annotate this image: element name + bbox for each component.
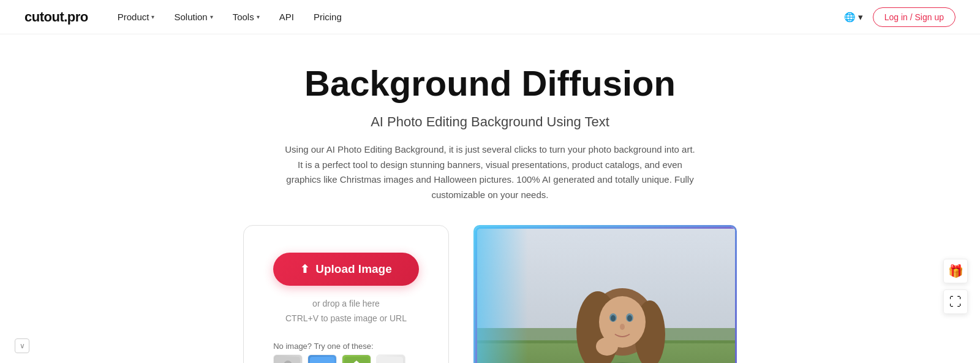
svg-rect-12 bbox=[379, 357, 403, 363]
page-description: Using our AI Photo Editing Background, i… bbox=[282, 142, 698, 203]
translate-icon: 🌐 bbox=[844, 12, 856, 23]
svg-rect-29 bbox=[475, 227, 737, 363]
sample-thumb-car[interactable] bbox=[307, 354, 337, 363]
sample-section: No image? Try one of these: bbox=[273, 337, 419, 363]
chevron-down-icon: ▾ bbox=[210, 13, 213, 20]
nav-solution[interactable]: Solution ▾ bbox=[174, 12, 213, 22]
tool-area: ⬆ Upload Image or drop a file here CTRL+… bbox=[214, 225, 766, 363]
upload-image-button[interactable]: ⬆ Upload Image bbox=[273, 253, 419, 286]
upload-card: ⬆ Upload Image or drop a file here CTRL+… bbox=[243, 225, 449, 363]
page-title: Background Diffusion bbox=[304, 64, 676, 103]
scroll-down-icon: ∨ bbox=[15, 338, 29, 353]
scroll-hint[interactable]: ∨ bbox=[15, 338, 29, 353]
language-selector[interactable]: 🌐 ▾ bbox=[844, 12, 863, 23]
preview-image bbox=[473, 225, 737, 363]
navbar: cutout.pro Product ▾ Solution ▾ Tools ▾ … bbox=[0, 0, 980, 34]
gift-icon[interactable]: 🎁 bbox=[943, 259, 968, 283]
sample-thumb-shoe[interactable] bbox=[376, 354, 405, 363]
nav-pricing[interactable]: Pricing bbox=[314, 12, 342, 22]
sample-thumb-house[interactable] bbox=[342, 354, 371, 363]
page-subtitle: AI Photo Editing Background Using Text bbox=[371, 114, 609, 130]
nav-right: 🌐 ▾ Log in / Sign up bbox=[844, 7, 956, 27]
chevron-down-icon: ▾ bbox=[257, 13, 260, 20]
nav-api[interactable]: API bbox=[279, 12, 294, 22]
svg-rect-3 bbox=[310, 357, 334, 363]
login-button[interactable]: Log in / Sign up bbox=[873, 7, 956, 27]
sample-thumb-person[interactable] bbox=[273, 354, 303, 363]
expand-icon[interactable]: ⛶ bbox=[943, 289, 968, 314]
nav-product[interactable]: Product ▾ bbox=[118, 12, 155, 22]
drop-hint: or drop a file here CTRL+V to paste imag… bbox=[285, 297, 407, 326]
sample-thumbs bbox=[273, 354, 419, 363]
main-content: Background Diffusion AI Photo Editing Ba… bbox=[0, 34, 980, 363]
chevron-down-icon: ▾ bbox=[858, 12, 863, 23]
nav-tools[interactable]: Tools ▾ bbox=[233, 12, 260, 22]
sample-label: No image? Try one of these: bbox=[273, 342, 419, 351]
upload-icon: ⬆ bbox=[300, 262, 309, 276]
logo[interactable]: cutout.pro bbox=[24, 9, 88, 25]
chevron-down-icon: ▾ bbox=[151, 13, 154, 20]
nav-links: Product ▾ Solution ▾ Tools ▾ API Pricing bbox=[118, 12, 844, 22]
side-widgets: 🎁 ⛶ bbox=[943, 259, 968, 314]
